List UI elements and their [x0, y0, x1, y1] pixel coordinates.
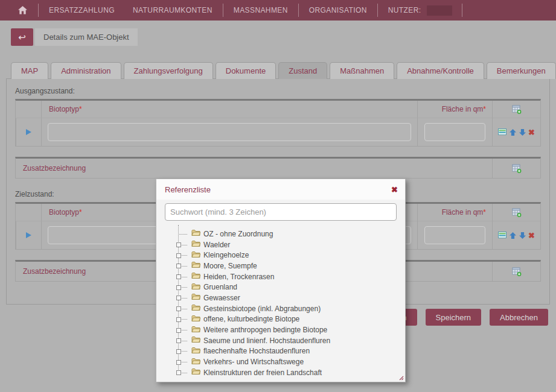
delete-row-icon[interactable]: ✖: [528, 232, 535, 239]
folder-icon: [191, 368, 200, 377]
tab-zustand[interactable]: Zustand: [278, 62, 327, 79]
add-zusatz-cell: [492, 262, 540, 281]
tab-bemerkungen[interactable]: Bemerkungen: [487, 62, 556, 79]
page-title: Details zum MAE-Objekt: [35, 28, 138, 46]
folder-icon: [191, 315, 200, 324]
add-zusatz-icon[interactable]: [493, 267, 540, 276]
move-up-icon[interactable]: [509, 128, 517, 136]
tree-item-verkehrswege[interactable]: Verkehrs- und Wirtschaftswege: [156, 356, 405, 367]
nav-item-nutzer[interactable]: NUTZER:: [379, 0, 430, 21]
row-actions-cell: ✖: [492, 118, 540, 146]
flaeche-header: Fläche in qm*: [417, 101, 492, 118]
move-down-icon[interactable]: [519, 128, 526, 136]
tab-map[interactable]: MAP: [11, 62, 48, 79]
folder-icon: [191, 293, 200, 302]
row-actions-cell: ✖: [492, 221, 540, 249]
folder-icon: [191, 261, 200, 270]
nav-divider: [377, 4, 378, 17]
move-up-icon[interactable]: [509, 232, 517, 239]
tree-item-offene-biotope[interactable]: offene, kulturbedingte Biotope: [156, 314, 405, 325]
tab-zahlungsverfolgung[interactable]: Zahlungsverfolgung: [124, 62, 213, 79]
flaeche-input[interactable]: [424, 226, 485, 244]
row-expander-cell: [16, 118, 41, 146]
tab-strip: MAP Administration Zahlungsverfolgung Do…: [11, 62, 556, 79]
nav-divider: [298, 4, 299, 17]
header-spacer: [16, 204, 41, 221]
dialog-titlebar[interactable]: Referenzliste ✖: [156, 179, 405, 200]
tree-item-flaechenhafte[interactable]: flaechenhafte Hochstaudenfluren: [156, 346, 405, 357]
search-input[interactable]: [165, 203, 397, 221]
tree-item-kleingehoelze[interactable]: Kleingehoelze: [156, 250, 405, 261]
zusatzbezeichnung-label: Zusatzbezeichnung: [16, 159, 492, 178]
back-arrow-icon: ↩: [18, 32, 26, 43]
tree-item-gewaesser[interactable]: Gewaesser: [156, 292, 405, 303]
move-down-icon[interactable]: [519, 232, 526, 239]
nav-item-organisation[interactable]: ORGANISATION: [300, 0, 376, 21]
tree-item-oz[interactable]: OZ - ohne Zuordnung: [156, 229, 405, 239]
biotoptyp-tree: OZ - ohne Zuordnung Waelder Kleingehoelz…: [156, 229, 405, 378]
nav-item-massnahmen[interactable]: MASSNAHMEN: [225, 0, 297, 21]
resize-handle[interactable]: [398, 375, 404, 381]
folder-icon: [191, 251, 200, 260]
tree-item-moore[interactable]: Moore, Suempfe: [156, 261, 405, 271]
folder-icon: [191, 304, 200, 313]
reference-list-icon[interactable]: [498, 128, 507, 136]
tree-item-saeume[interactable]: Saeume und linienf. Hochstaudenfluren: [156, 335, 405, 346]
tree-item-gesteinsbiotope[interactable]: Gesteinsbiotope (inkl. Abgrabungen): [156, 303, 405, 314]
referenzliste-dialog: Referenzliste ✖ OZ - ohne Zuordnung Wael…: [156, 179, 406, 382]
tree-item-waelder[interactable]: Waelder: [156, 239, 405, 250]
tree-item-kleinstrukturen[interactable]: Kleinstrukturen der freien Landschaft: [156, 367, 405, 378]
nav-divider: [38, 4, 39, 17]
folder-icon: [191, 240, 200, 249]
tree-item-weitere-biotope[interactable]: Weitere anthropogen bedingte Biotope: [156, 324, 405, 335]
flaeche-header: Fläche in qm*: [417, 204, 492, 221]
nav-divider: [462, 4, 462, 17]
top-nav: ERSATZZAHLUNG NATURRAUMKONTEN MASSNAHMEN…: [0, 0, 556, 21]
flaeche-input[interactable]: [424, 123, 485, 141]
tab-dokumente[interactable]: Dokumente: [216, 62, 276, 79]
breadcrumb: ↩ Details zum MAE-Objekt: [11, 28, 138, 46]
dialog-title: Referenzliste: [165, 185, 211, 194]
tree-item-gruenland[interactable]: Gruenland: [156, 282, 405, 292]
add-row-cell: [492, 101, 540, 118]
nav-user-name: [427, 5, 452, 16]
tab-massnahmen[interactable]: Maßnahmen: [330, 62, 394, 79]
close-icon[interactable]: ✖: [391, 186, 398, 194]
flaeche-cell: [417, 118, 492, 146]
tab-administration[interactable]: Administration: [51, 62, 121, 79]
add-zusatz-icon[interactable]: [493, 164, 540, 173]
expand-row-icon[interactable]: [26, 129, 31, 135]
zusatzbezeichnung-section: Zusatzbezeichnung: [15, 157, 541, 179]
tree-item-heiden[interactable]: Heiden, Trockenrasen: [156, 271, 405, 282]
tab-abnahme-kontrolle[interactable]: Abnahme/Kontrolle: [397, 62, 484, 79]
row-expander-cell: [16, 221, 41, 249]
add-row-icon[interactable]: [493, 105, 540, 114]
header-spacer: [16, 101, 41, 118]
flaeche-cell: [417, 221, 492, 249]
back-button[interactable]: ↩: [11, 28, 33, 46]
home-icon[interactable]: [18, 6, 27, 14]
folder-icon: [191, 347, 200, 356]
add-row-cell: [492, 204, 540, 221]
save-button[interactable]: Speichern: [426, 309, 482, 326]
reference-list-icon[interactable]: [498, 232, 507, 239]
folder-icon: [191, 326, 200, 335]
delete-row-icon[interactable]: ✖: [528, 128, 535, 136]
folder-icon: [191, 229, 200, 238]
nav-item-naturraumkonten[interactable]: NATURRAUMKONTEN: [124, 0, 222, 21]
folder-icon: [191, 336, 200, 345]
add-zusatz-cell: [492, 159, 540, 178]
biotoptyp-cell: [41, 118, 417, 146]
add-row-icon[interactable]: [493, 208, 540, 217]
ausgangszustand-table: Biotoptyp* Fläche in qm*: [15, 99, 541, 147]
biotoptyp-header: Biotoptyp*: [41, 101, 417, 118]
nav-item-ersatzzahlung[interactable]: ERSATZZAHLUNG: [40, 0, 124, 21]
ausgangszustand-label: Ausgangszustand:: [15, 87, 541, 95]
expand-row-icon[interactable]: [26, 232, 31, 238]
nav-divider: [223, 4, 223, 17]
folder-icon: [191, 283, 200, 292]
folder-icon: [191, 272, 200, 281]
cancel-button[interactable]: Abbrechen: [490, 309, 548, 326]
biotoptyp-input[interactable]: [48, 123, 411, 141]
folder-icon: [191, 358, 200, 367]
